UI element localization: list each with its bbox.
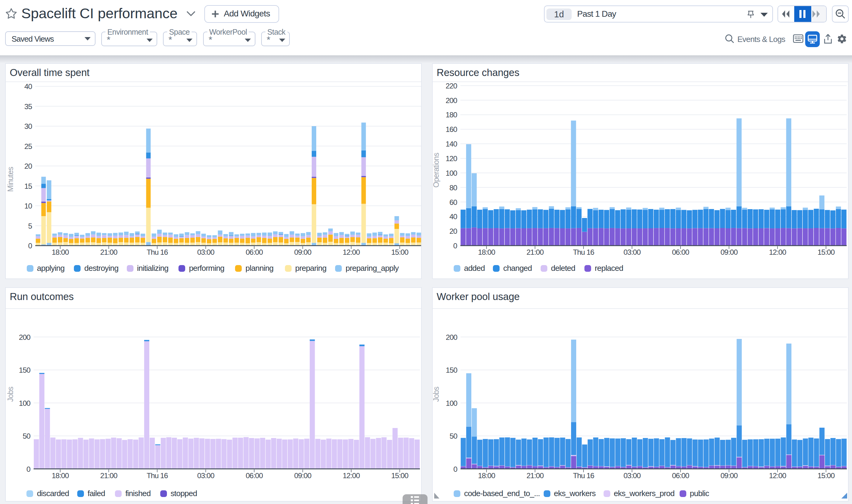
svg-text:50: 50 bbox=[449, 432, 457, 440]
svg-text:0: 0 bbox=[28, 242, 32, 250]
svg-text:Thu 16: Thu 16 bbox=[146, 248, 168, 256]
svg-text:15:00: 15:00 bbox=[391, 248, 408, 256]
svg-text:30: 30 bbox=[24, 122, 32, 130]
svg-text:09:00: 09:00 bbox=[721, 471, 738, 480]
svg-text:35: 35 bbox=[24, 103, 32, 111]
svg-text:Thu 16: Thu 16 bbox=[573, 471, 594, 480]
svg-text:12:00: 12:00 bbox=[343, 471, 360, 480]
svg-text:140: 140 bbox=[445, 140, 457, 148]
svg-text:5: 5 bbox=[28, 222, 32, 230]
svg-text:20: 20 bbox=[24, 162, 32, 170]
svg-text:10: 10 bbox=[24, 202, 32, 210]
svg-text:100: 100 bbox=[445, 169, 457, 177]
svg-text:200: 200 bbox=[19, 333, 31, 341]
svg-text:18:00: 18:00 bbox=[52, 471, 69, 480]
svg-text:15:00: 15:00 bbox=[391, 471, 408, 480]
svg-text:Minutes: Minutes bbox=[6, 167, 15, 192]
svg-text:03:00: 03:00 bbox=[624, 248, 641, 256]
svg-text:200: 200 bbox=[445, 96, 457, 105]
svg-text:200: 200 bbox=[446, 333, 457, 341]
svg-text:09:00: 09:00 bbox=[721, 248, 738, 256]
svg-text:21:00: 21:00 bbox=[527, 471, 544, 480]
svg-text:40: 40 bbox=[449, 213, 457, 221]
svg-text:06:00: 06:00 bbox=[672, 248, 689, 256]
svg-text:18:00: 18:00 bbox=[478, 471, 495, 480]
svg-text:0: 0 bbox=[454, 465, 457, 473]
svg-text:20: 20 bbox=[449, 227, 457, 235]
svg-text:150: 150 bbox=[446, 366, 457, 374]
svg-text:60: 60 bbox=[449, 198, 457, 206]
svg-text:160: 160 bbox=[445, 125, 457, 133]
svg-text:15:00: 15:00 bbox=[818, 248, 835, 256]
svg-text:03:00: 03:00 bbox=[197, 471, 214, 480]
svg-text:15: 15 bbox=[24, 182, 32, 190]
svg-text:06:00: 06:00 bbox=[246, 471, 263, 480]
svg-text:21:00: 21:00 bbox=[100, 248, 117, 256]
svg-text:06:00: 06:00 bbox=[672, 471, 689, 480]
svg-text:12:00: 12:00 bbox=[769, 471, 786, 480]
svg-text:0: 0 bbox=[26, 465, 31, 473]
svg-text:06:00: 06:00 bbox=[246, 248, 263, 256]
svg-text:03:00: 03:00 bbox=[624, 471, 641, 480]
svg-text:40: 40 bbox=[24, 83, 32, 91]
svg-text:0: 0 bbox=[453, 242, 457, 250]
svg-text:18:00: 18:00 bbox=[52, 248, 69, 256]
svg-text:12:00: 12:00 bbox=[343, 248, 360, 256]
svg-text:25: 25 bbox=[24, 142, 32, 150]
svg-text:120: 120 bbox=[445, 155, 457, 163]
svg-text:18:00: 18:00 bbox=[478, 248, 495, 256]
svg-text:Thu 16: Thu 16 bbox=[573, 248, 594, 256]
svg-text:21:00: 21:00 bbox=[527, 248, 544, 256]
svg-text:Thu 16: Thu 16 bbox=[146, 471, 168, 480]
svg-text:Jobs: Jobs bbox=[6, 387, 15, 402]
svg-text:180: 180 bbox=[445, 111, 457, 119]
svg-text:220: 220 bbox=[445, 82, 457, 90]
svg-text:Jobs: Jobs bbox=[433, 387, 440, 402]
svg-text:15:00: 15:00 bbox=[818, 471, 835, 480]
svg-text:12:00: 12:00 bbox=[769, 248, 786, 256]
svg-text:Operations: Operations bbox=[433, 153, 440, 188]
svg-text:50: 50 bbox=[22, 432, 31, 440]
svg-text:09:00: 09:00 bbox=[294, 471, 312, 480]
svg-text:21:00: 21:00 bbox=[100, 471, 117, 480]
svg-text:03:00: 03:00 bbox=[197, 248, 214, 256]
svg-text:100: 100 bbox=[446, 399, 457, 407]
svg-text:150: 150 bbox=[19, 366, 31, 374]
svg-text:100: 100 bbox=[19, 399, 31, 407]
svg-text:09:00: 09:00 bbox=[294, 248, 312, 256]
svg-text:80: 80 bbox=[449, 184, 457, 192]
